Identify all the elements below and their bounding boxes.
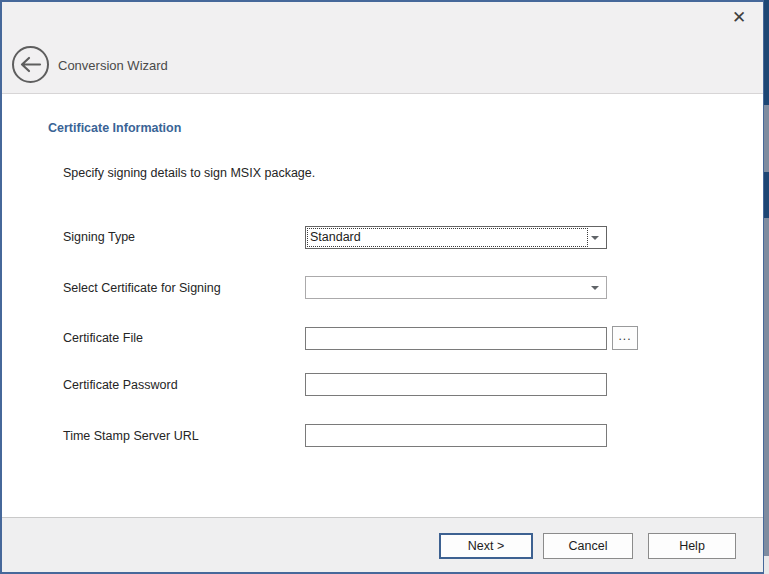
browse-button[interactable]: ... [612, 326, 638, 350]
select-certificate-combobox[interactable] [305, 276, 607, 299]
back-button[interactable] [12, 46, 49, 83]
page-heading: Certificate Information [48, 121, 181, 135]
background-scrollbar-thumb [764, 172, 769, 218]
label-signing-type: Signing Type [63, 230, 135, 244]
certificate-password-input[interactable] [305, 373, 607, 396]
background-app-edge-top [764, 0, 769, 105]
certificate-file-input[interactable] [305, 327, 607, 350]
timestamp-url-input[interactable] [305, 424, 607, 447]
background-app-edge-bottom [764, 556, 769, 574]
chevron-down-icon [591, 286, 599, 290]
next-button[interactable]: Next > [439, 533, 533, 559]
close-icon[interactable]: ✕ [724, 4, 754, 32]
chevron-down-icon [591, 236, 599, 240]
wizard-header [2, 2, 763, 94]
cancel-button[interactable]: Cancel [543, 533, 633, 559]
wizard-title: Conversion Wizard [58, 58, 168, 73]
help-button[interactable]: Help [648, 533, 736, 559]
back-arrow-icon [19, 56, 42, 73]
label-timestamp-url: Time Stamp Server URL [63, 429, 199, 443]
label-certificate-password: Certificate Password [63, 378, 178, 392]
label-select-certificate: Select Certificate for Signing [63, 281, 221, 295]
signing-type-combobox[interactable]: Standard [305, 226, 607, 249]
signing-type-value: Standard [310, 230, 361, 244]
background-app-edge [764, 0, 769, 574]
page-description: Specify signing details to sign MSIX pac… [63, 166, 315, 180]
label-certificate-file: Certificate File [63, 331, 143, 345]
